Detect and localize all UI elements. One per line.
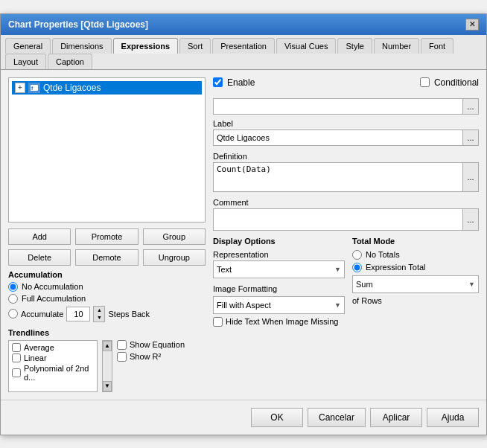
- expression-total-label: Expression Total: [366, 263, 426, 272]
- total-panel: Total Mode No Totals Expression Total Su…: [352, 237, 479, 327]
- hide-text-option: Hide Text When Image Missing: [213, 317, 345, 327]
- show-r2-option: Show R²: [117, 352, 185, 362]
- spin-up-btn[interactable]: ▲: [94, 307, 104, 314]
- close-button[interactable]: ✕: [465, 19, 479, 31]
- trendlines-scroll-up[interactable]: ▲: [103, 341, 112, 351]
- definition-textarea[interactable]: Count(Data): [213, 162, 462, 192]
- tree-item-qtde[interactable]: + f Qtde Ligacoes: [12, 81, 202, 95]
- label-input[interactable]: [213, 129, 462, 146]
- enable-row: Enable: [213, 77, 255, 88]
- cancel-button[interactable]: Cancelar: [308, 408, 366, 427]
- main-window: Chart Properties [Qtde Ligacoes] ✕ Gener…: [0, 13, 487, 435]
- no-accumulation-label: No Accumulation: [22, 282, 83, 291]
- image-dropdown-arrow-icon: ▼: [334, 301, 341, 309]
- accumulate-radio[interactable]: [8, 309, 18, 319]
- main-layout: + f Qtde Ligacoes Add Promote: [8, 77, 479, 392]
- right-panel: Enable Conditional ... Label: [213, 77, 479, 392]
- sum-dropdown[interactable]: Sum ▼: [352, 275, 479, 293]
- comment-field-row: ...: [213, 208, 479, 231]
- tab-sort[interactable]: Sort: [179, 38, 211, 54]
- steps-back-label: Steps Back: [108, 310, 150, 319]
- conditional-ellipsis-btn[interactable]: ...: [462, 98, 479, 115]
- content-area: + f Qtde Ligacoes Add Promote: [1, 70, 486, 400]
- conditional-checkbox[interactable]: [420, 77, 430, 87]
- total-mode-title: Total Mode: [352, 237, 479, 246]
- spin-down-btn[interactable]: ▼: [94, 314, 104, 321]
- trendline-polynomial: Polynomial of 2nd d...: [10, 363, 95, 383]
- hide-text-checkbox[interactable]: [213, 317, 223, 327]
- accumulation-options: No Accumulation Full Accumulation Accumu…: [8, 282, 206, 322]
- tab-dimensions[interactable]: Dimensions: [52, 38, 111, 54]
- trend-options: Show Equation Show R²: [117, 340, 185, 392]
- tab-style[interactable]: Style: [337, 38, 372, 54]
- comment-input[interactable]: [213, 208, 462, 231]
- image-formatting-dropdown[interactable]: Fill with Aspect ▼: [213, 296, 345, 314]
- bottom-bar: OK Cancelar Aplicar Ajuda: [1, 400, 486, 435]
- polynomial-checkbox[interactable]: [12, 368, 21, 377]
- display-total-layout: Display Options Representation Text ▼ Im…: [213, 237, 479, 327]
- group-button[interactable]: Group: [143, 228, 206, 245]
- add-button[interactable]: Add: [8, 228, 71, 245]
- apply-button[interactable]: Aplicar: [370, 408, 422, 427]
- promote-button[interactable]: Promote: [75, 228, 138, 245]
- definition-label: Definition: [213, 152, 479, 161]
- label-field-row: ...: [213, 129, 479, 146]
- tab-number[interactable]: Number: [374, 38, 419, 54]
- ok-button[interactable]: OK: [251, 408, 303, 427]
- definition-ellipsis-btn[interactable]: ...: [462, 162, 479, 192]
- scrollbar-track: [103, 351, 112, 381]
- help-button[interactable]: Ajuda: [427, 408, 479, 427]
- expression-tree[interactable]: + f Qtde Ligacoes: [8, 77, 206, 223]
- tab-caption[interactable]: Caption: [48, 54, 92, 69]
- tab-expressions[interactable]: Expressions: [113, 38, 178, 54]
- trendline-average: Average: [10, 342, 95, 353]
- comment-label: Comment: [213, 198, 479, 207]
- tree-item-icon: f: [28, 83, 40, 93]
- action-buttons-row2: Delete Demote Ungroup: [8, 249, 206, 266]
- no-accumulation-radio[interactable]: [8, 282, 18, 292]
- comment-group: Comment ...: [213, 198, 479, 231]
- expression-total-radio[interactable]: [352, 263, 362, 272]
- left-panel: + f Qtde Ligacoes Add Promote: [8, 77, 206, 392]
- full-accumulation-radio[interactable]: [8, 294, 18, 304]
- no-totals-radio[interactable]: [352, 250, 362, 260]
- average-checkbox[interactable]: [12, 343, 21, 352]
- steps-input[interactable]: [66, 307, 90, 321]
- label-group: Label ...: [213, 119, 479, 146]
- tab-presentation[interactable]: Presentation: [212, 38, 275, 54]
- trendlines-scroll-down[interactable]: ▼: [103, 381, 112, 391]
- display-panel: Display Options Representation Text ▼ Im…: [213, 237, 345, 327]
- tree-item-label: Qtde Ligacoes: [43, 83, 101, 93]
- trendlines-section: Trendlines Average Linear: [8, 328, 206, 392]
- representation-dropdown[interactable]: Text ▼: [213, 260, 345, 278]
- tab-visual-cues[interactable]: Visual Cues: [276, 38, 337, 54]
- show-equation-checkbox[interactable]: [117, 340, 127, 350]
- comment-ellipsis-btn[interactable]: ...: [462, 208, 479, 231]
- label-ellipsis-btn[interactable]: ...: [462, 129, 479, 146]
- delete-button[interactable]: Delete: [8, 249, 71, 266]
- show-r2-label: Show R²: [130, 352, 161, 361]
- label-field-label: Label: [213, 119, 479, 128]
- display-options-title: Display Options: [213, 237, 345, 246]
- full-accumulation-label: Full Accumulation: [22, 294, 86, 303]
- representation-value: Text: [217, 265, 232, 274]
- show-r2-checkbox[interactable]: [117, 352, 127, 362]
- average-label: Average: [24, 343, 54, 352]
- conditional-input[interactable]: [213, 98, 462, 115]
- demote-button[interactable]: Demote: [75, 249, 138, 266]
- accumulation-label: Accumulation: [8, 270, 206, 279]
- ungroup-button[interactable]: Ungroup: [143, 249, 206, 266]
- tab-font[interactable]: Font: [421, 38, 453, 54]
- definition-field-row: Count(Data) ...: [213, 162, 479, 192]
- no-totals-label: No Totals: [366, 250, 400, 259]
- linear-checkbox[interactable]: [12, 353, 21, 362]
- expression-total-option: Expression Total: [352, 263, 479, 272]
- sum-label: Sum: [356, 280, 373, 289]
- trendlines-list[interactable]: Average Linear Polynomial of 2nd d...: [8, 340, 98, 392]
- tab-layout[interactable]: Layout: [5, 54, 46, 69]
- enable-checkbox[interactable]: [213, 77, 223, 87]
- trendlines-label: Trendlines: [8, 328, 206, 337]
- tab-general[interactable]: General: [5, 38, 51, 54]
- sum-row: Sum ▼: [352, 275, 479, 293]
- tree-expand-icon[interactable]: +: [15, 83, 25, 93]
